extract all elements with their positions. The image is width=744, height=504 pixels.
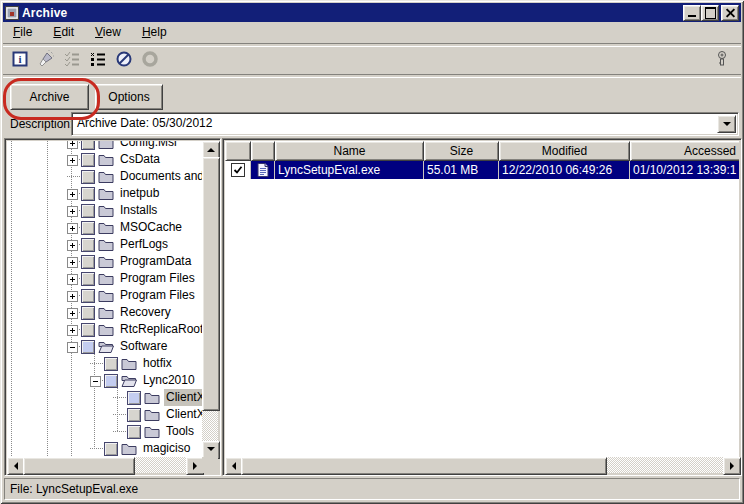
expand-icon[interactable] xyxy=(67,206,78,217)
tree-checkbox[interactable] xyxy=(127,408,141,422)
tree-checkbox[interactable] xyxy=(104,357,118,371)
status-text: File: LyncSetupEval.exe xyxy=(10,482,138,496)
tree-row[interactable]: MSOCache xyxy=(7,219,202,236)
menu-help[interactable]: Help xyxy=(140,24,169,40)
close-button[interactable] xyxy=(721,5,739,21)
key-icon[interactable] xyxy=(711,48,733,70)
tree-row[interactable]: Recovery xyxy=(7,304,202,321)
tab-archive[interactable]: Archive xyxy=(10,84,89,110)
expand-icon[interactable] xyxy=(67,257,78,268)
folder-icon xyxy=(98,221,114,234)
tree-checkbox[interactable] xyxy=(81,153,95,167)
tree-checkbox[interactable] xyxy=(81,170,95,184)
menu-view[interactable]: View xyxy=(93,24,123,40)
folder-icon xyxy=(121,357,137,370)
combobox-dropdown-button[interactable] xyxy=(717,115,736,133)
tree-checkbox[interactable] xyxy=(104,374,118,388)
block-icon[interactable] xyxy=(113,48,135,70)
folder-icon xyxy=(144,408,160,421)
tree-row[interactable]: Tools xyxy=(7,423,202,440)
tree-row[interactable]: Documents and Settings xyxy=(7,168,202,185)
tree-row[interactable]: Program Files xyxy=(7,287,202,304)
toolbar-separator xyxy=(3,74,741,78)
maximize-button[interactable] xyxy=(701,5,719,21)
tree-checkbox[interactable] xyxy=(81,306,95,320)
tree-checkbox[interactable] xyxy=(81,289,95,303)
expand-icon[interactable] xyxy=(67,189,78,200)
brush-icon[interactable] xyxy=(35,48,57,70)
arrow-right-icon xyxy=(193,462,201,470)
tree-row[interactable]: Software xyxy=(7,338,202,355)
expand-icon[interactable] xyxy=(67,141,78,149)
arrow-right-icon xyxy=(730,462,738,470)
tree-row[interactable]: Installs xyxy=(7,202,202,219)
header-name[interactable]: Name xyxy=(275,141,424,161)
tree-checkbox[interactable] xyxy=(81,340,95,354)
tree-checkbox[interactable] xyxy=(127,425,141,439)
cell-modified: 12/22/2010 06:49:26 xyxy=(499,161,630,179)
tree-horizontal-scrollbar[interactable] xyxy=(7,457,202,473)
expand-icon[interactable] xyxy=(67,291,78,302)
list-horizontal-scrollbar[interactable] xyxy=(225,457,739,473)
expand-icon[interactable] xyxy=(67,155,78,166)
tree-row[interactable]: CsData xyxy=(7,151,202,168)
tree-checkbox[interactable] xyxy=(81,255,95,269)
tree-row[interactable]: PerfLogs xyxy=(7,236,202,253)
tree-row[interactable]: ProgramData xyxy=(7,253,202,270)
tree-row[interactable]: Program Files xyxy=(7,270,202,287)
collapse-icon[interactable] xyxy=(67,342,78,353)
tree-row[interactable]: Config.Msi xyxy=(7,141,202,151)
expand-icon[interactable] xyxy=(67,223,78,234)
tree-row[interactable]: inetpub xyxy=(7,185,202,202)
description-combobox[interactable]: Archive Date: 05/30/2012 xyxy=(71,112,739,136)
scroll-thumb[interactable] xyxy=(241,457,607,475)
header-accessed[interactable]: Accessed xyxy=(630,141,739,161)
menu-edit[interactable]: Edit xyxy=(51,24,76,40)
expand-icon[interactable] xyxy=(67,274,78,285)
tree-checkbox[interactable] xyxy=(81,238,95,252)
row-checkbox-cell xyxy=(225,161,251,179)
folder-icon xyxy=(144,391,160,404)
scroll-right-button[interactable] xyxy=(723,457,741,475)
ring-icon[interactable] xyxy=(139,48,161,70)
arrow-left-icon xyxy=(10,462,18,470)
arrow-up-icon xyxy=(207,144,215,152)
tree-checkbox[interactable] xyxy=(104,442,118,456)
menu-file[interactable]: File xyxy=(11,24,34,40)
expand-icon[interactable] xyxy=(67,240,78,251)
header-size[interactable]: Size xyxy=(424,141,499,161)
collapse-icon[interactable] xyxy=(90,376,101,387)
tree-vertical-scrollbar[interactable] xyxy=(202,141,218,457)
info-icon[interactable]: i xyxy=(9,48,31,70)
minimize-button[interactable] xyxy=(683,5,701,21)
tab-options[interactable]: Options xyxy=(95,84,163,110)
list-icon[interactable] xyxy=(87,48,109,70)
tree-checkbox[interactable] xyxy=(81,141,95,150)
folder-icon xyxy=(98,153,114,166)
folder-icon xyxy=(121,442,137,455)
tree-checkbox[interactable] xyxy=(127,391,141,405)
scroll-thumb[interactable] xyxy=(23,457,135,475)
header-checkbox-column[interactable] xyxy=(225,141,251,161)
tree-row[interactable]: hotfix xyxy=(7,355,202,372)
tree-checkbox[interactable] xyxy=(81,221,95,235)
tree-row[interactable]: RtcReplicaRoot xyxy=(7,321,202,338)
scroll-thumb[interactable] xyxy=(202,157,220,411)
tree-checkbox[interactable] xyxy=(81,204,95,218)
tree-checkbox[interactable] xyxy=(81,187,95,201)
header-icon-column[interactable] xyxy=(251,141,275,161)
expand-icon[interactable] xyxy=(67,308,78,319)
tree-row[interactable]: magiciso xyxy=(7,440,202,457)
expand-icon[interactable] xyxy=(67,325,78,336)
checklist-icon[interactable] xyxy=(61,48,83,70)
tree-row-selected[interactable]: ClientX64 xyxy=(7,389,202,406)
svg-text:i: i xyxy=(18,53,21,65)
file-checkbox[interactable] xyxy=(231,163,245,177)
folder-icon xyxy=(98,255,114,268)
file-row-selected[interactable]: LyncSetupEval.exe 55.01 MB 12/22/2010 06… xyxy=(225,161,739,179)
tree-row[interactable]: ClientX86 xyxy=(7,406,202,423)
tree-row[interactable]: Lync2010 xyxy=(7,372,202,389)
tree-checkbox[interactable] xyxy=(81,272,95,286)
tree-checkbox[interactable] xyxy=(81,323,95,337)
header-modified[interactable]: Modified xyxy=(499,141,630,161)
